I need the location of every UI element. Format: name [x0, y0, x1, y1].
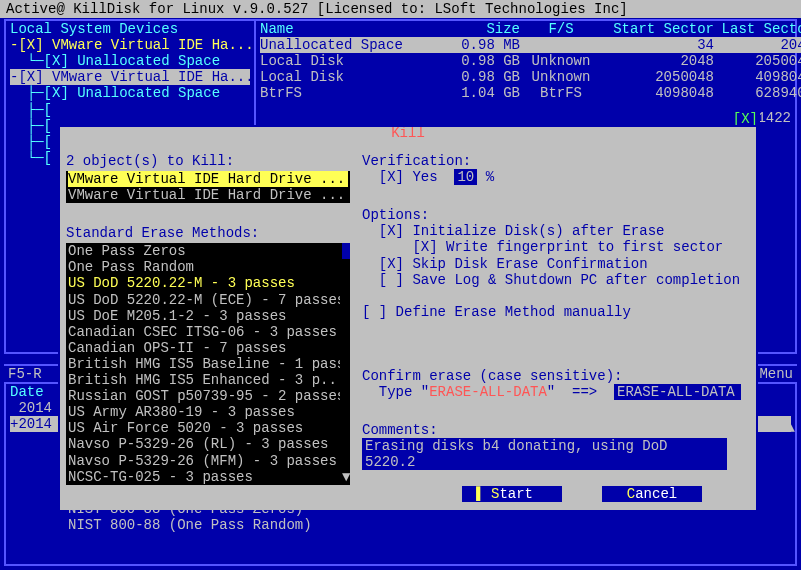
cancel-button[interactable]: Cancel [602, 486, 702, 502]
opt-skip-confirm[interactable]: [X] Skip Disk Erase Confirmation [362, 256, 750, 272]
status-right: Menu [759, 366, 793, 382]
erase-method-item[interactable]: NCSC-TG-025 - 3 passes [66, 469, 340, 485]
col-last: Last Sector [714, 21, 801, 37]
erase-method-item[interactable]: British HMG IS5 Baseline - 1 pass [66, 356, 340, 372]
erase-method-item[interactable]: US Army AR380-19 - 3 passes [66, 404, 340, 420]
opt-initialize-disk[interactable]: [X] Initialize Disk(s) after Erase [362, 223, 750, 239]
device-tree-item[interactable]: -[X] VMware Virtual IDE Ha... [10, 69, 250, 85]
device-tree-item[interactable]: └─[X] Unallocated Space [10, 53, 250, 69]
erase-method-item[interactable]: Navso P-5329-26 (MFM) - 3 passes [66, 453, 340, 469]
comments-label: Comments: [362, 422, 750, 438]
title-bar: Active@ KillDisk for Linux v.9.0.527 [Li… [0, 0, 801, 18]
kill-objects-list[interactable]: VMware Virtual IDE Hard Drive ... VMware… [66, 171, 350, 203]
log-col-date: Date [10, 384, 58, 400]
confirm-label: Confirm erase (case sensitive): [362, 368, 750, 384]
verification-value[interactable]: 10 [454, 169, 477, 185]
dialog-title: Kill [66, 125, 750, 141]
col-name: Name [260, 21, 432, 37]
erase-method-item[interactable]: Canadian OPS-II - 7 passes [66, 340, 340, 356]
sector-extra: 1422 [757, 110, 791, 126]
comments-input[interactable]: Erasing disks b4 donating, using DoD 522… [362, 438, 727, 470]
col-fs: F/S [520, 21, 602, 37]
erase-methods-list[interactable]: One Pass ZerosOne Pass RandomUS DoD 5220… [66, 243, 350, 485]
erase-method-item[interactable]: US DoD 5220.22-M - 3 passes [66, 275, 340, 291]
erase-method-item[interactable]: US Air Force 5020 - 3 passes [66, 420, 340, 436]
erase-method-item[interactable]: NIST 800-88 (One Pass Random) [66, 517, 340, 533]
erase-method-item[interactable]: Navso P-5329-26 (RL) - 3 passes [66, 436, 340, 452]
partition-row[interactable]: BtrFS1.04 GBBtrFS40980486289407 [260, 85, 801, 101]
scrollbar-thumb[interactable] [342, 243, 350, 259]
erase-method-item[interactable]: One Pass Random [66, 259, 340, 275]
partition-row[interactable]: Local Disk0.98 GBUnknown20482050047 [260, 53, 801, 69]
erase-method-item[interactable]: US DoD 5220.22-M (ECE) - 7 passes [66, 292, 340, 308]
scroll-down-icon[interactable]: ▼ [342, 469, 350, 485]
erase-method-item[interactable]: US DoE M205.1-2 - 3 passes [66, 308, 340, 324]
log-scroll-up-icon[interactable]: ▲ [787, 420, 795, 436]
opt-write-fingerprint[interactable]: [X] Write fingerprint to first sector [362, 239, 750, 255]
options-label: Options: [362, 207, 750, 223]
dialog-close-button[interactable]: [X] [731, 111, 760, 127]
col-start: Start Sector [602, 21, 714, 37]
verification-option[interactable]: [X] Yes 10 % [362, 169, 750, 185]
device-tree-item[interactable]: -[X] VMware Virtual IDE Ha... [10, 37, 250, 53]
opt-save-log-shutdown[interactable]: [ ] Save Log & Shutdown PC after complet… [362, 272, 750, 288]
confirm-input[interactable]: ERASE-ALL-DATA [614, 384, 741, 400]
opt-define-manually[interactable]: [ ] Define Erase Method manually [362, 304, 750, 320]
start-button[interactable]: Start [462, 486, 562, 502]
kill-dialog: [X] Kill 2 object(s) to Kill: VMware Vir… [58, 125, 758, 512]
status-left: F5-R [8, 366, 42, 382]
erase-method-item[interactable]: NIST 800-88 (One Pass Zeros) [66, 501, 340, 517]
device-tree-header: Local System Devices [10, 21, 250, 37]
verification-label: Verification: [362, 153, 750, 169]
col-size: Size [432, 21, 520, 37]
erase-method-item[interactable]: One Pass Zeros [66, 243, 340, 259]
erase-method-item[interactable]: Russian GOST p50739-95 - 2 passes [66, 388, 340, 404]
kill-object-item[interactable]: VMware Virtual IDE Hard Drive ... [68, 171, 348, 187]
device-tree-item[interactable]: ├─[X] Unallocated Space [10, 85, 250, 101]
erase-method-item[interactable]: Canadian CSEC ITSG-06 - 3 passes [66, 324, 340, 340]
erase-method-item[interactable]: British HMG IS5 Enhanced - 3 p... [66, 372, 340, 388]
partition-row[interactable]: Local Disk0.98 GBUnknown20500484098047 [260, 69, 801, 85]
erase-method-item[interactable]: NSA 130-2 - 2 passes [66, 485, 340, 501]
partition-columns: Name Size F/S Start Sector Last Sector [260, 21, 801, 37]
device-tree-item[interactable]: ├─[ [10, 102, 250, 118]
confirm-line: Type "ERASE-ALL-DATA" ==> ERASE-ALL-DATA [362, 384, 750, 400]
kill-object-item[interactable]: VMware Virtual IDE Hard Drive ... [68, 187, 348, 203]
objects-label: 2 object(s) to Kill: [66, 153, 350, 169]
partition-row[interactable]: Unallocated Space0.98 MB342047 [260, 37, 801, 53]
methods-label: Standard Erase Methods: [66, 225, 350, 241]
